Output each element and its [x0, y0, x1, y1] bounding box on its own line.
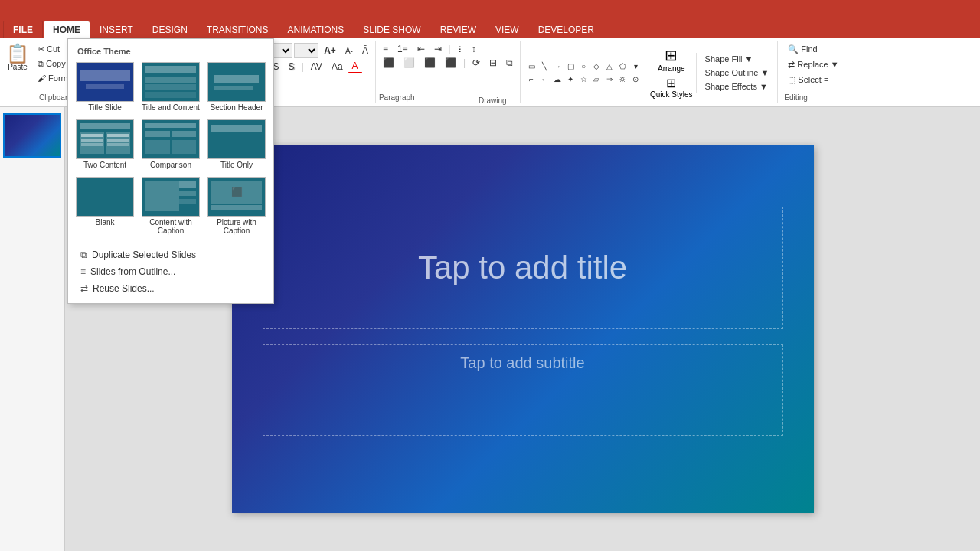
- tab-view[interactable]: VIEW: [486, 21, 528, 38]
- tab-animations[interactable]: ANIMATIONS: [278, 21, 353, 38]
- layout-picture-caption[interactable]: ⬛ Picture with Caption: [206, 175, 267, 236]
- align-left-button[interactable]: ⬛: [379, 57, 398, 69]
- tab-review[interactable]: REVIEW: [431, 21, 485, 38]
- line-spacing-button[interactable]: ↕: [468, 43, 480, 55]
- shape-star4[interactable]: ✦: [564, 73, 577, 85]
- slides-panel[interactable]: 1: [0, 107, 65, 551]
- find-icon: 🔍: [788, 44, 799, 54]
- duplicate-icon: ⧉: [80, 249, 87, 260]
- find-button[interactable]: 🔍 Find: [784, 43, 842, 56]
- ribbon-group-paragraph: ≡ 1≡ ⇤ ⇥ | ⫶ ↕ ⬛ ⬜ ⬛ ⬛ | ⟳ ⊟ ⧉ Paragraph: [376, 41, 521, 103]
- cut-icon: ✂: [38, 44, 44, 54]
- arrange-button[interactable]: ⊞ Arrange: [658, 46, 685, 73]
- ribbon-group-drawing: ▭ ╲ → ▢ ○ ◇ △ ⬠ ▾ ⌐ ← ☁ ✦ ☆ ▱ ⇒ ⛭ ⊙: [521, 41, 778, 103]
- slide-subtitle-placeholder: Tap to add subtitle: [460, 354, 584, 372]
- slide-title-placeholder: Tap to add title: [418, 249, 627, 286]
- center-button[interactable]: ⬜: [400, 57, 419, 69]
- tab-file[interactable]: FILE: [3, 21, 43, 38]
- shape-back-arrow[interactable]: ←: [538, 73, 550, 85]
- font-color-button[interactable]: A: [348, 60, 362, 73]
- change-case-button[interactable]: Aa: [328, 60, 347, 73]
- layout-section-header-label: Section Header: [211, 103, 263, 112]
- dropdown-divider: [74, 243, 267, 243]
- increase-indent-button[interactable]: ⇥: [430, 43, 446, 55]
- select-button[interactable]: ⬚ Select =: [784, 73, 842, 86]
- tab-home[interactable]: HOME: [44, 21, 90, 38]
- ribbon-tabs: FILE HOME INSERT DESIGN TRANSITIONS ANIM…: [0, 17, 980, 38]
- shapes-more[interactable]: ▾: [629, 60, 642, 72]
- convert-smartart-button[interactable]: ⧉: [502, 57, 517, 69]
- shape-outline-button[interactable]: Shape Outline ▼: [701, 67, 773, 79]
- tab-transitions[interactable]: TRANSITIONS: [198, 21, 278, 38]
- shape-effects-button[interactable]: Shape Effects ▼: [701, 80, 773, 93]
- decrease-font-button[interactable]: A-: [341, 46, 357, 56]
- format-painter-icon: 🖌: [38, 73, 46, 83]
- slide-main[interactable]: Tap to add title Tap to add subtitle: [232, 145, 814, 513]
- layout-comparison[interactable]: Comparison: [140, 118, 201, 171]
- shape-notched-arrow[interactable]: ⇒: [603, 73, 616, 85]
- align-text-button[interactable]: ⊟: [485, 57, 501, 69]
- bullets-button[interactable]: ≡: [379, 43, 392, 55]
- layout-blank[interactable]: Blank: [74, 175, 136, 236]
- dropdown-section-title: Office Theme: [74, 45, 267, 60]
- paste-button[interactable]: 📋 Paste: [3, 43, 32, 73]
- layout-content-caption[interactable]: Content with Caption: [140, 175, 201, 236]
- layout-title-slide[interactable]: Title Slide: [74, 60, 136, 113]
- font-size-select[interactable]: [294, 43, 318, 58]
- quick-styles-label: Quick Styles: [650, 90, 693, 99]
- select-icon: ⬚: [788, 75, 795, 84]
- columns-button[interactable]: ⫶: [454, 43, 466, 55]
- layout-content-caption-label: Content with Caption: [142, 218, 200, 235]
- justify-button[interactable]: ⬛: [441, 57, 460, 69]
- shape-rounded-rect[interactable]: ▢: [564, 60, 577, 72]
- shadow-button[interactable]: S: [285, 60, 299, 73]
- shape-circle[interactable]: ○: [577, 60, 590, 72]
- align-right-button[interactable]: ⬛: [420, 57, 439, 69]
- shape-line[interactable]: ╲: [538, 60, 550, 72]
- decrease-indent-button[interactable]: ⇤: [413, 43, 429, 55]
- clear-format-button[interactable]: Ā: [358, 44, 372, 57]
- shape-callout[interactable]: ☁: [551, 73, 564, 85]
- title-bar: [0, 0, 980, 17]
- drawing-group-label: Drawing: [479, 96, 507, 105]
- layout-title-content[interactable]: Title and Content: [140, 60, 201, 113]
- slides-from-outline-item[interactable]: ≡ Slides from Outline...: [74, 263, 267, 280]
- quick-styles-button[interactable]: ⊞ Quick Styles: [650, 76, 693, 99]
- layout-title-only[interactable]: Title Only: [206, 118, 267, 171]
- shape-rect[interactable]: ▭: [525, 60, 537, 72]
- shape-diamond[interactable]: ◇: [590, 60, 603, 72]
- tab-insert[interactable]: INSERT: [90, 21, 142, 38]
- slide-subtitle-box[interactable]: Tap to add subtitle: [263, 344, 783, 436]
- duplicate-slides-item[interactable]: ⧉ Duplicate Selected Slides: [74, 246, 267, 263]
- replace-button[interactable]: ⇄ Replace ▼: [784, 58, 842, 71]
- char-spacing-button[interactable]: AV: [307, 60, 326, 73]
- shape-parallelogram[interactable]: ▱: [590, 73, 603, 85]
- shape-star[interactable]: ☆: [577, 73, 590, 85]
- editing-group-label: Editing: [784, 93, 842, 102]
- tab-slideshow[interactable]: SLIDE SHOW: [354, 21, 430, 38]
- numbering-button[interactable]: 1≡: [394, 43, 412, 55]
- copy-icon: ⧉: [38, 59, 44, 68]
- increase-font-button[interactable]: A+: [320, 44, 340, 57]
- tab-developer[interactable]: DEVELOPER: [529, 21, 603, 38]
- layout-title-only-label: Title Only: [220, 161, 253, 169]
- layout-two-content[interactable]: Two Content: [74, 118, 136, 171]
- slide-title-box[interactable]: Tap to add title: [263, 207, 783, 329]
- arrange-label: Arrange: [658, 64, 685, 73]
- shape-l[interactable]: ⌐: [525, 73, 537, 85]
- layout-grid: Title Slide Title and Content Section He…: [74, 60, 267, 236]
- reuse-slides-item[interactable]: ⇄ Reuse Slides...: [74, 280, 267, 297]
- shape-triangle[interactable]: △: [603, 60, 616, 72]
- paste-icon: 📋: [6, 44, 29, 63]
- layout-section-header[interactable]: Section Header: [206, 60, 267, 113]
- text-direction-button[interactable]: ⟳: [469, 57, 484, 69]
- shape-arrow[interactable]: →: [551, 60, 564, 72]
- shapes-palette: ▭ ╲ → ▢ ○ ◇ △ ⬠ ▾ ⌐ ← ☁ ✦ ☆ ▱ ⇒ ⛭ ⊙: [525, 60, 642, 85]
- slide-thumbnail-1[interactable]: 1: [3, 113, 61, 158]
- shape-donut[interactable]: ⊙: [629, 73, 642, 85]
- shape-ribbon[interactable]: ⛭: [616, 73, 629, 85]
- layout-title-slide-label: Title Slide: [88, 103, 122, 112]
- shape-pentagon[interactable]: ⬠: [616, 60, 629, 72]
- shape-fill-button[interactable]: Shape Fill ▼: [701, 53, 773, 65]
- tab-design[interactable]: DESIGN: [143, 21, 197, 38]
